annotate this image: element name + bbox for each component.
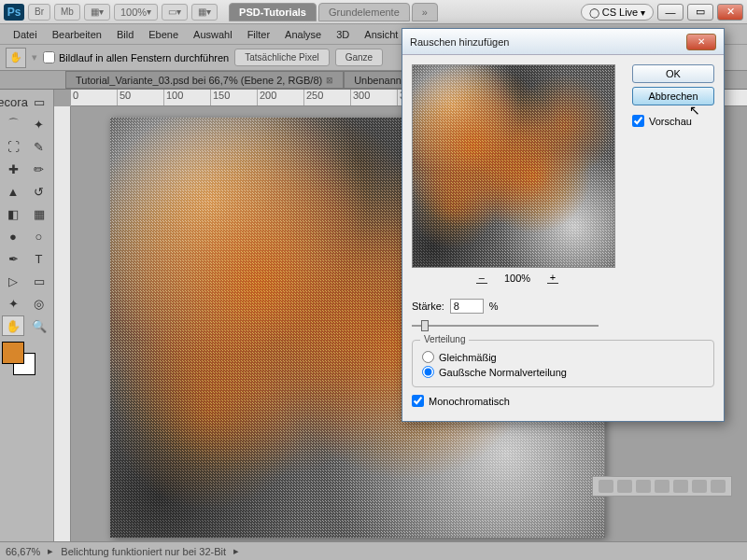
- workspace-tab-psd-tutorials[interactable]: PSD-Tutorials: [229, 3, 317, 21]
- status-bar: 66,67% ▸ Belichtung funktioniert nur bei…: [0, 541, 747, 560]
- minibridge-button[interactable]: Mb: [54, 4, 80, 21]
- menu-datei[interactable]: Datei: [6, 29, 45, 40]
- menu-ebene[interactable]: Ebene: [141, 29, 186, 40]
- cs-live-button[interactable]: ◯ CS Live ▾: [581, 4, 654, 21]
- zoom-readout[interactable]: 66,67%: [6, 546, 40, 557]
- vertical-ruler: [54, 106, 71, 541]
- fit-screen-button[interactable]: Ganze: [335, 49, 383, 66]
- new-layer-icon[interactable]: [692, 480, 707, 493]
- magic-wand-tool[interactable]: ✦: [28, 114, 50, 134]
- eraser-tool[interactable]: ◧: [2, 203, 24, 224]
- zoom-level[interactable]: 100% ▾: [114, 4, 158, 21]
- workspace-more[interactable]: »: [412, 3, 438, 21]
- pen-tool[interactable]: ✒: [2, 248, 24, 269]
- dialog-title: Rauschen hinzufügen: [410, 36, 686, 48]
- status-message: Belichtung funktioniert nur bei 32-Bit: [61, 546, 226, 557]
- fx-icon[interactable]: [617, 480, 632, 493]
- layer-panel-buttons: [592, 476, 732, 497]
- zoom-percent: 100%: [504, 273, 530, 284]
- stamp-tool[interactable]: ▲: [2, 181, 24, 202]
- lasso-tool[interactable]: ⌒: [2, 114, 24, 134]
- add-noise-dialog: Rauschen hinzufügen ✕ – 100% + OK Abbrec…: [402, 28, 725, 422]
- color-swatches[interactable]: [2, 342, 39, 379]
- close-button[interactable]: ✕: [717, 4, 743, 21]
- zoom-in-button[interactable]: +: [547, 272, 558, 284]
- percent-label: %: [489, 301, 499, 312]
- mask-icon[interactable]: [636, 480, 651, 493]
- screen-mode-button[interactable]: ▭▾: [162, 4, 188, 21]
- actual-pixels-button[interactable]: Tatsächliche Pixel: [234, 49, 329, 66]
- menu-3d[interactable]: 3D: [329, 29, 357, 40]
- title-bar: Ps Br Mb ▦▾ 100% ▾ ▭▾ ▦▾ PSD-Tutorials G…: [0, 0, 747, 24]
- strength-slider[interactable]: [412, 319, 599, 332]
- menu-bearbeiten[interactable]: Bearbeiten: [45, 29, 109, 40]
- menu-filter[interactable]: Filter: [240, 29, 277, 40]
- menu-bild[interactable]: Bild: [109, 29, 141, 40]
- uniform-radio[interactable]: Gleichmäßig: [422, 351, 704, 363]
- hand-tool[interactable]: ✋: [2, 315, 24, 336]
- adjustment-icon[interactable]: [655, 480, 669, 493]
- 3d-tool[interactable]: ✦: [2, 293, 24, 314]
- cancel-button[interactable]: Abbrechen: [632, 87, 714, 105]
- strength-label: Stärke:: [412, 301, 444, 312]
- brush-tool[interactable]: ✏: [28, 159, 50, 179]
- eyedropper-tool[interactable]: ✎: [28, 136, 50, 157]
- marquee-tool[interactable]: ▭: [28, 91, 50, 112]
- type-tool[interactable]: T: [28, 248, 50, 269]
- dialog-close-button[interactable]: ✕: [686, 34, 716, 50]
- zoom-out-button[interactable]: –: [476, 272, 487, 284]
- group-icon[interactable]: [673, 480, 688, 493]
- gradient-tool[interactable]: ▦: [28, 203, 50, 224]
- workspace-tab-grundelemente[interactable]: Grundelemente: [318, 3, 410, 21]
- 3d-camera-tool[interactable]: ◎: [28, 293, 50, 314]
- dodge-tool[interactable]: ○: [28, 226, 50, 246]
- preview-thumbnail[interactable]: [412, 64, 615, 268]
- path-select-tool[interactable]: ▷: [2, 271, 24, 291]
- move-tool[interactable]: �decoration: [2, 91, 24, 112]
- trash-icon[interactable]: [711, 480, 726, 493]
- ok-button[interactable]: OK: [632, 64, 714, 83]
- strength-input[interactable]: [450, 299, 484, 314]
- scroll-all-windows-checkbox[interactable]: Bildlauf in allen Fenstern durchführen: [43, 51, 229, 63]
- maximize-button[interactable]: ▭: [687, 4, 713, 21]
- ps-logo: Ps: [4, 4, 24, 21]
- zoom-tool[interactable]: 🔍: [28, 315, 50, 336]
- minimize-button[interactable]: —: [657, 4, 684, 21]
- healing-tool[interactable]: ✚: [2, 159, 24, 179]
- arrange-docs-button[interactable]: ▦▾: [84, 4, 110, 21]
- shape-tool[interactable]: ▭: [28, 271, 50, 291]
- close-icon[interactable]: ⊠: [326, 76, 333, 85]
- preview-checkbox[interactable]: Vorschau: [632, 115, 714, 127]
- history-brush-tool[interactable]: ↺: [28, 181, 50, 202]
- menu-auswahl[interactable]: Auswahl: [186, 29, 240, 40]
- crop-tool[interactable]: ⛶: [2, 136, 24, 157]
- distribution-group: Verteilung Gleichmäßig Gaußsche Normalve…: [412, 340, 714, 387]
- blur-tool[interactable]: ●: [2, 226, 24, 246]
- gaussian-radio[interactable]: Gaußsche Normalverteilung: [422, 366, 704, 378]
- foreground-color-swatch[interactable]: [2, 342, 24, 364]
- dialog-titlebar[interactable]: Rauschen hinzufügen ✕: [402, 29, 724, 55]
- bridge-button[interactable]: Br: [28, 4, 50, 21]
- toolbox: �decoration ▭ ⌒ ✦ ⛶ ✎ ✚ ✏ ▲ ↺ ◧ ▦ ● ○ ✒ …: [0, 90, 54, 541]
- document-tab-1[interactable]: Tutorial_Variante_03.psd bei 66,7% (Eben…: [65, 71, 344, 89]
- menu-ansicht[interactable]: Ansicht: [357, 29, 405, 40]
- monochromatic-checkbox[interactable]: Monochromatisch: [412, 395, 714, 407]
- hand-tool-icon[interactable]: ✋: [6, 48, 26, 68]
- link-icon[interactable]: [599, 480, 613, 493]
- menu-analyse[interactable]: Analyse: [277, 29, 329, 40]
- extras-button[interactable]: ▦▾: [191, 4, 218, 21]
